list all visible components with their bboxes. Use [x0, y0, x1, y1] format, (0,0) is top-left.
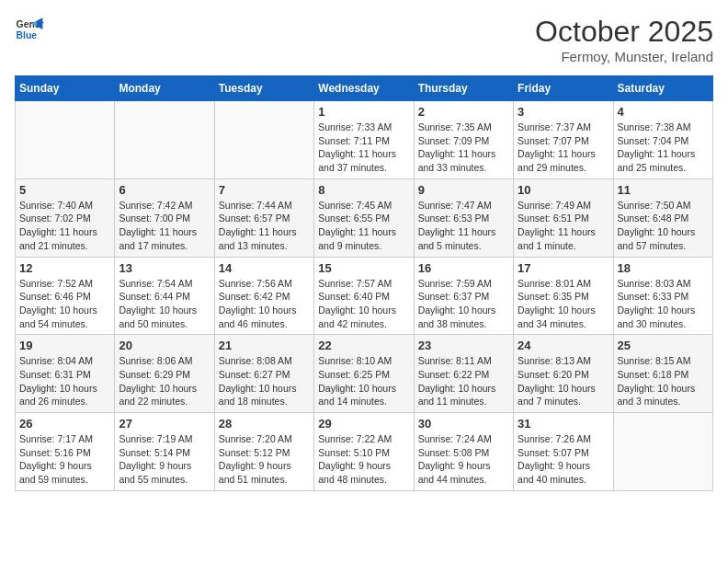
- day-info: Sunrise: 7:45 AMSunset: 6:55 PMDaylight:…: [318, 199, 409, 253]
- week-row-4: 19Sunrise: 8:04 AMSunset: 6:31 PMDayligh…: [16, 335, 713, 413]
- weekday-header-monday: Monday: [115, 76, 214, 101]
- day-info: Sunrise: 7:49 AMSunset: 6:51 PMDaylight:…: [518, 199, 609, 253]
- day-info: Sunrise: 7:17 AMSunset: 5:16 PMDaylight:…: [19, 432, 110, 487]
- calendar-cell: 27Sunrise: 7:19 AMSunset: 5:14 PMDayligh…: [115, 413, 214, 491]
- day-info: Sunrise: 7:37 AMSunset: 7:07 PMDaylight:…: [518, 121, 609, 175]
- calendar-cell: 10Sunrise: 7:49 AMSunset: 6:51 PMDayligh…: [514, 178, 613, 257]
- day-info: Sunrise: 8:04 AMSunset: 6:31 PMDaylight:…: [19, 354, 110, 408]
- day-number: 24: [518, 339, 609, 352]
- calendar-cell: 1Sunrise: 7:33 AMSunset: 7:11 PMDaylight…: [314, 101, 414, 179]
- day-number: 1: [318, 105, 409, 119]
- day-number: 11: [618, 183, 709, 197]
- calendar-cell: 12Sunrise: 7:52 AMSunset: 6:46 PMDayligh…: [16, 257, 115, 335]
- weekday-header-sunday: Sunday: [16, 76, 115, 101]
- day-number: 22: [318, 339, 409, 352]
- calendar-cell: 29Sunrise: 7:22 AMSunset: 5:10 PMDayligh…: [314, 413, 414, 491]
- calendar-cell: 20Sunrise: 8:06 AMSunset: 6:29 PMDayligh…: [115, 335, 214, 413]
- day-number: 8: [318, 183, 409, 197]
- day-info: Sunrise: 7:57 AMSunset: 6:40 PMDaylight:…: [318, 277, 409, 331]
- calendar-cell: 24Sunrise: 8:13 AMSunset: 6:20 PMDayligh…: [514, 335, 613, 413]
- day-number: 18: [618, 261, 709, 275]
- calendar-cell: 30Sunrise: 7:24 AMSunset: 5:08 PMDayligh…: [414, 413, 513, 491]
- page-header: General Blue October 2025 Fermoy, Munste…: [15, 15, 713, 64]
- day-info: Sunrise: 7:19 AMSunset: 5:14 PMDaylight:…: [119, 432, 210, 487]
- day-number: 5: [19, 183, 110, 197]
- day-number: 21: [219, 339, 310, 352]
- day-number: 25: [618, 339, 709, 352]
- day-number: 30: [418, 417, 509, 431]
- calendar-cell: 13Sunrise: 7:54 AMSunset: 6:44 PMDayligh…: [115, 257, 214, 335]
- calendar-cell: 4Sunrise: 7:38 AMSunset: 7:04 PMDaylight…: [613, 101, 712, 179]
- calendar-cell: [16, 101, 115, 179]
- calendar-cell: 31Sunrise: 7:26 AMSunset: 5:07 PMDayligh…: [514, 413, 613, 491]
- weekday-header-wednesday: Wednesday: [314, 76, 414, 101]
- day-info: Sunrise: 8:03 AMSunset: 6:33 PMDaylight:…: [618, 277, 709, 331]
- day-info: Sunrise: 7:54 AMSunset: 6:44 PMDaylight:…: [119, 277, 210, 331]
- day-info: Sunrise: 7:38 AMSunset: 7:04 PMDaylight:…: [618, 121, 709, 175]
- day-info: Sunrise: 7:40 AMSunset: 7:02 PMDaylight:…: [19, 199, 110, 253]
- day-info: Sunrise: 7:35 AMSunset: 7:09 PMDaylight:…: [418, 121, 509, 175]
- calendar-cell: 14Sunrise: 7:56 AMSunset: 6:42 PMDayligh…: [214, 257, 313, 335]
- day-number: 31: [518, 417, 609, 431]
- week-row-3: 12Sunrise: 7:52 AMSunset: 6:46 PMDayligh…: [16, 257, 713, 335]
- location: Fermoy, Munster, Ireland: [535, 49, 713, 64]
- day-info: Sunrise: 7:42 AMSunset: 7:00 PMDaylight:…: [119, 199, 210, 253]
- day-info: Sunrise: 7:22 AMSunset: 5:10 PMDaylight:…: [318, 432, 409, 487]
- day-number: 3: [518, 105, 609, 119]
- calendar-cell: 19Sunrise: 8:04 AMSunset: 6:31 PMDayligh…: [16, 335, 115, 413]
- calendar-cell: 16Sunrise: 7:59 AMSunset: 6:37 PMDayligh…: [414, 257, 513, 335]
- day-info: Sunrise: 7:20 AMSunset: 5:12 PMDaylight:…: [219, 432, 310, 487]
- calendar-cell: [115, 101, 214, 179]
- day-info: Sunrise: 8:15 AMSunset: 6:18 PMDaylight:…: [618, 354, 709, 408]
- week-row-2: 5Sunrise: 7:40 AMSunset: 7:02 PMDaylight…: [16, 178, 713, 257]
- day-info: Sunrise: 8:10 AMSunset: 6:25 PMDaylight:…: [318, 354, 409, 408]
- day-info: Sunrise: 8:06 AMSunset: 6:29 PMDaylight:…: [119, 354, 210, 408]
- weekday-header-tuesday: Tuesday: [214, 76, 313, 101]
- day-info: Sunrise: 8:11 AMSunset: 6:22 PMDaylight:…: [418, 354, 509, 408]
- day-info: Sunrise: 8:01 AMSunset: 6:35 PMDaylight:…: [518, 277, 609, 331]
- calendar-table: SundayMondayTuesdayWednesdayThursdayFrid…: [15, 75, 713, 491]
- week-row-1: 1Sunrise: 7:33 AMSunset: 7:11 PMDaylight…: [16, 101, 713, 179]
- day-info: Sunrise: 7:26 AMSunset: 5:07 PMDaylight:…: [518, 432, 609, 487]
- calendar-cell: 25Sunrise: 8:15 AMSunset: 6:18 PMDayligh…: [613, 335, 712, 413]
- day-number: 13: [119, 261, 210, 275]
- calendar-cell: 18Sunrise: 8:03 AMSunset: 6:33 PMDayligh…: [613, 257, 712, 335]
- day-info: Sunrise: 7:24 AMSunset: 5:08 PMDaylight:…: [418, 432, 509, 487]
- calendar-cell: 28Sunrise: 7:20 AMSunset: 5:12 PMDayligh…: [214, 413, 313, 491]
- calendar-cell: 8Sunrise: 7:45 AMSunset: 6:55 PMDaylight…: [314, 178, 414, 257]
- day-number: 20: [119, 339, 210, 352]
- calendar-cell: 15Sunrise: 7:57 AMSunset: 6:40 PMDayligh…: [314, 257, 414, 335]
- day-info: Sunrise: 7:33 AMSunset: 7:11 PMDaylight:…: [318, 121, 409, 175]
- day-number: 14: [219, 261, 310, 275]
- week-row-5: 26Sunrise: 7:17 AMSunset: 5:16 PMDayligh…: [16, 413, 713, 491]
- day-number: 4: [618, 105, 709, 119]
- calendar-cell: 6Sunrise: 7:42 AMSunset: 7:00 PMDaylight…: [115, 178, 214, 257]
- weekday-header-thursday: Thursday: [414, 76, 513, 101]
- day-number: 29: [318, 417, 409, 431]
- calendar-cell: 17Sunrise: 8:01 AMSunset: 6:35 PMDayligh…: [514, 257, 613, 335]
- calendar-cell: 21Sunrise: 8:08 AMSunset: 6:27 PMDayligh…: [214, 335, 313, 413]
- calendar-cell: 23Sunrise: 8:11 AMSunset: 6:22 PMDayligh…: [414, 335, 513, 413]
- day-info: Sunrise: 8:08 AMSunset: 6:27 PMDaylight:…: [219, 354, 310, 408]
- day-number: 16: [418, 261, 509, 275]
- weekday-header-friday: Friday: [514, 76, 613, 101]
- month-title: October 2025: [535, 15, 713, 49]
- day-number: 12: [19, 261, 110, 275]
- day-number: 26: [19, 417, 110, 431]
- calendar-cell: [613, 413, 712, 491]
- svg-text:Blue: Blue: [17, 30, 38, 40]
- day-info: Sunrise: 7:47 AMSunset: 6:53 PMDaylight:…: [418, 199, 509, 253]
- day-number: 2: [418, 105, 509, 119]
- day-number: 15: [318, 261, 409, 275]
- day-info: Sunrise: 7:50 AMSunset: 6:48 PMDaylight:…: [618, 199, 709, 253]
- weekday-header-saturday: Saturday: [613, 76, 712, 101]
- day-number: 23: [418, 339, 509, 352]
- calendar-cell: 5Sunrise: 7:40 AMSunset: 7:02 PMDaylight…: [16, 178, 115, 257]
- day-number: 28: [219, 417, 310, 431]
- calendar-cell: 7Sunrise: 7:44 AMSunset: 6:57 PMDaylight…: [214, 178, 313, 257]
- day-info: Sunrise: 7:52 AMSunset: 6:46 PMDaylight:…: [19, 277, 110, 331]
- calendar-cell: 3Sunrise: 7:37 AMSunset: 7:07 PMDaylight…: [514, 101, 613, 179]
- logo: General Blue: [15, 15, 44, 44]
- day-number: 7: [219, 183, 310, 197]
- day-number: 10: [518, 183, 609, 197]
